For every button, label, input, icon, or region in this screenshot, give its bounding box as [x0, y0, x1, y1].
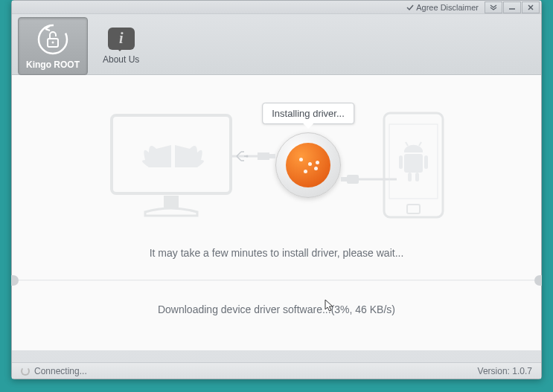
about-us-tab[interactable]: i About Us — [103, 28, 139, 65]
dropdown-button[interactable] — [485, 1, 502, 13]
version-value: 1.0.7 — [512, 366, 532, 376]
svg-rect-15 — [407, 205, 420, 213]
lock-icon — [37, 24, 68, 55]
close-button[interactable] — [522, 1, 540, 13]
svg-line-22 — [419, 142, 421, 146]
window-buttons — [485, 1, 540, 13]
svg-line-21 — [406, 142, 408, 146]
svg-point-3 — [52, 41, 54, 43]
connection-orb: Installing driver... — [275, 132, 341, 198]
svg-rect-17 — [399, 155, 403, 169]
tooltip-text: Installing driver... — [272, 108, 345, 119]
minimize-button[interactable] — [503, 1, 521, 13]
toolbar: Kingo ROOT i About Us — [12, 14, 541, 75]
status-text: Connecting... — [34, 366, 87, 376]
svg-rect-11 — [347, 175, 359, 184]
minimize-icon — [508, 4, 516, 10]
version-info: Version: 1.0.7 — [478, 366, 532, 376]
content-area: Installing driver... — [12, 75, 541, 350]
close-icon — [527, 4, 534, 10]
download-status: Downloading device driver software...(3%… — [12, 303, 541, 315]
svg-rect-18 — [424, 155, 428, 169]
svg-point-9 — [246, 155, 249, 158]
info-icon: i — [108, 28, 135, 50]
svg-rect-5 — [164, 196, 179, 209]
svg-rect-8 — [269, 154, 275, 158]
tooltip: Installing driver... — [262, 103, 354, 124]
agree-label: Agree Disclaimer — [416, 3, 479, 12]
usb-cable-icon — [231, 147, 275, 170]
svg-rect-19 — [408, 173, 412, 181]
divider — [12, 280, 541, 281]
computer-icon — [104, 108, 238, 223]
svg-rect-16 — [404, 154, 423, 173]
app-window: Agree Disclaimer — [11, 0, 542, 379]
version-label: Version: — [478, 366, 510, 376]
phone-icon — [378, 109, 449, 221]
illustration-row: Installing driver... — [12, 76, 541, 232]
wait-message: It may take a few minutes to install dri… — [12, 247, 541, 259]
checkmark-icon — [406, 4, 414, 11]
dropdown-icon — [490, 4, 497, 10]
kingo-root-tab[interactable]: Kingo ROOT — [18, 17, 88, 75]
spinner-icon — [21, 367, 30, 376]
statusbar: Connecting... Version: 1.0.7 — [12, 362, 541, 379]
svg-rect-20 — [415, 173, 419, 181]
kingo-root-label: Kingo ROOT — [26, 60, 80, 70]
svg-rect-10 — [341, 177, 347, 181]
about-us-label: About Us — [103, 54, 139, 65]
status-left: Connecting... — [21, 366, 87, 376]
agree-disclaimer-link[interactable]: Agree Disclaimer — [406, 3, 479, 12]
svg-rect-7 — [258, 152, 269, 160]
titlebar: Agree Disclaimer — [12, 1, 541, 14]
